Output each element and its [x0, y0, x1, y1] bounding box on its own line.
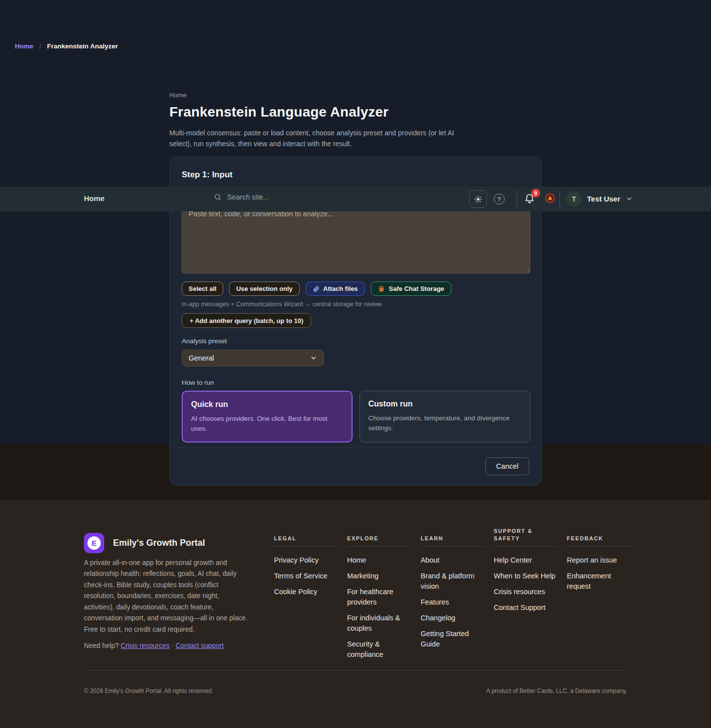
footer-column-explore: EXPLORE Home Marketing For healthcare pr… [347, 526, 410, 660]
storage-bucket-icon [378, 285, 385, 292]
brand-logo-icon: E [84, 533, 104, 553]
chevron-down-icon [626, 195, 633, 202]
brand-description: A private all-in-one app for personal gr… [84, 558, 249, 635]
card-footer-divider [170, 447, 541, 448]
page-title: Frankenstein Language Analyzer [169, 104, 542, 120]
crisis-resources-link[interactable]: Crisis resources [120, 642, 169, 649]
breadcrumb-home-link[interactable]: Home [15, 42, 34, 50]
custom-run-title: Custom run [368, 400, 521, 408]
theme-toggle-button[interactable] [469, 190, 487, 208]
footer-link[interactable]: Brand & platform vision [421, 571, 484, 592]
footer-link[interactable]: Cookie Policy [274, 587, 337, 597]
footer-heading: EXPLORE [347, 526, 410, 547]
notification-badge: 9 [531, 189, 540, 198]
footer-link[interactable]: For healthcare providers [347, 587, 410, 607]
select-all-button[interactable]: Select all [182, 282, 223, 296]
footer-heading: FEEDBACK [567, 526, 630, 547]
attach-files-button[interactable]: Attach files [306, 282, 365, 296]
footer-link[interactable]: When to Seek Help [494, 571, 557, 581]
footer-divider [84, 670, 627, 671]
footer-link[interactable]: Report an issue [567, 555, 630, 566]
select-all-label: Select all [189, 285, 216, 292]
avatar: T [566, 191, 582, 206]
site-search [214, 193, 345, 202]
footer-link[interactable]: Crisis resources [494, 587, 557, 597]
breadcrumb-current: Frankenstein Analyzer [47, 42, 118, 50]
safe-chat-storage-label: Safe Chat Storage [389, 285, 444, 292]
step1-title: Step 1: Input [182, 170, 233, 180]
search-input[interactable] [226, 193, 345, 202]
safe-chat-storage-button[interactable]: Safe Chat Storage [371, 282, 451, 296]
breadcrumb: Home / Frankenstein Analyzer [15, 42, 118, 50]
footer-column-learn: LEARN About Brand & platform vision Feat… [421, 526, 484, 649]
custom-run-description: Choose providers, temperature, and diver… [368, 413, 521, 433]
footer-brand: E Emily's Growth Portal [84, 533, 205, 553]
footer-column-support-safety: SUPPORT & SAFETY Help Center When to See… [494, 526, 557, 613]
use-selection-label: Use selection only [236, 285, 292, 292]
footer-column-legal: LEGAL Privacy Policy Terms of Service Co… [274, 526, 337, 597]
footer-link[interactable]: Features [421, 597, 484, 607]
paperclip-icon [313, 285, 319, 292]
brand-name: Emily's Growth Portal [113, 538, 205, 548]
nav-home-link[interactable]: Home [84, 194, 105, 202]
quick-run-description: AI chooses providers. One click. Best fo… [191, 414, 343, 433]
page: Home / Frankenstein Analyzer Home Franke… [0, 0, 711, 728]
analysis-input-textarea[interactable] [182, 204, 530, 274]
analysis-preset-label: Analysis preset [182, 337, 227, 345]
footer-link[interactable]: Privacy Policy [274, 555, 337, 566]
footer-link[interactable]: Changelog [421, 613, 484, 623]
footer-link[interactable]: Terms of Service [274, 571, 337, 581]
footer: E Emily's Growth Portal A private all-in… [0, 501, 711, 728]
dot-separator: · [171, 642, 174, 649]
need-help-row: Need help? Crisis resources · Contact su… [84, 642, 224, 649]
breadcrumb-separator: / [40, 42, 41, 50]
need-help-label: Need help? [84, 642, 119, 649]
contact-support-link[interactable]: Contact support [176, 642, 224, 649]
footer-heading: SUPPORT & SAFETY [494, 526, 557, 547]
use-selection-only-button[interactable]: Use selection only [229, 282, 299, 296]
footer-column-feedback: FEEDBACK Report an issue Enhancement req… [567, 526, 630, 592]
footer-link[interactable]: Help Center [494, 555, 557, 566]
page-eyebrow: Home [169, 91, 542, 99]
user-name: Test User [587, 195, 620, 203]
storage-note: In-app messages + Communications Wizard … [182, 301, 382, 308]
analysis-preset-value: General [189, 354, 214, 362]
footer-link[interactable]: For individuals & couples [347, 613, 410, 634]
brand-logo-letter: E [87, 536, 101, 550]
help-icon[interactable]: ? [494, 194, 505, 204]
page-header: Home Frankenstein Language Analyzer Mult… [169, 91, 542, 150]
analysis-preset-select[interactable]: General [182, 350, 324, 366]
footer-link[interactable]: Security & compliance [347, 639, 410, 660]
attach-files-label: Attach files [323, 285, 358, 292]
footer-heading: LEARN [421, 526, 484, 547]
footer-heading: LEGAL [274, 526, 337, 547]
warning-icon[interactable] [545, 193, 555, 203]
how-to-run-label: How to run [182, 379, 214, 386]
footer-link[interactable]: Enhancement request [567, 571, 630, 592]
run-option-quick-run[interactable]: Quick run AI chooses providers. One clic… [182, 391, 353, 443]
cancel-button[interactable]: Cancel [485, 457, 529, 475]
notifications-button[interactable]: 9 [524, 193, 535, 204]
footer-link[interactable]: Home [347, 555, 410, 566]
footer-copyright: © 2026 Emily's Growth Portal. All rights… [84, 688, 213, 694]
run-option-custom-run[interactable]: Custom run Choose providers, temperature… [359, 391, 530, 443]
add-query-button[interactable]: + Add another query (batch, up to 10) [182, 313, 311, 328]
nav-divider [559, 191, 560, 207]
footer-link[interactable]: Getting Started Guide [421, 629, 484, 649]
footer-link[interactable]: About [421, 555, 484, 566]
quick-run-title: Quick run [191, 400, 343, 409]
user-menu[interactable]: T Test User [566, 191, 633, 206]
footer-company-note: A product of Better Cards, LLC, a Delawa… [486, 688, 627, 694]
select-chevron-icon [310, 355, 317, 362]
sun-icon [474, 195, 482, 203]
footer-link[interactable]: Contact Support [494, 603, 557, 613]
nav-divider [516, 191, 517, 207]
top-navbar: Home ? [0, 187, 711, 211]
search-icon [214, 193, 222, 201]
page-description: Multi-model consensus: paste or load con… [169, 127, 461, 150]
run-options-row: Quick run AI chooses providers. One clic… [182, 391, 530, 443]
input-actions-row: Select all Use selection only Attach fil… [182, 282, 451, 296]
footer-link[interactable]: Marketing [347, 571, 410, 581]
